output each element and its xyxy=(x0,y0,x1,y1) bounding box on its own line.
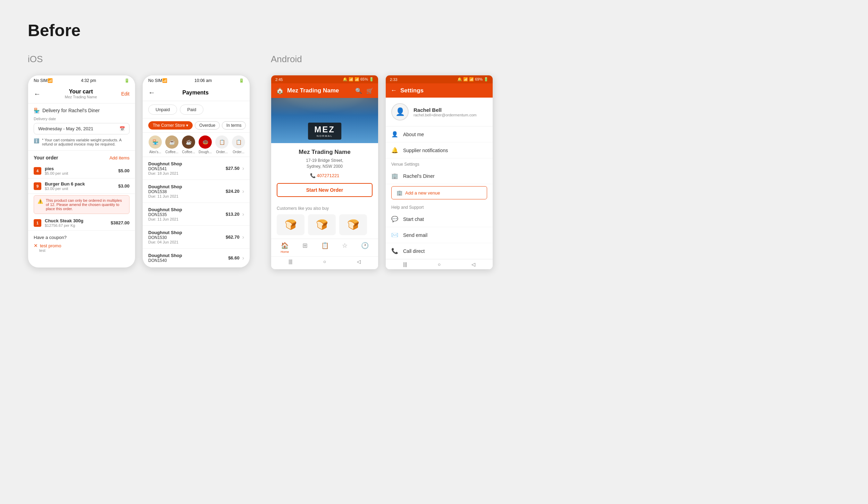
settings-rachels-diner[interactable]: 🏢 Rachel's Diner xyxy=(386,168,493,184)
order-item-chuck: 1 Chuck Steak 300g $12756.67 per Kg $382… xyxy=(28,215,135,231)
payments-back-icon[interactable]: ← xyxy=(148,89,155,97)
delivery-date-label: Delivery date xyxy=(34,117,130,121)
chat-icon: 💬 xyxy=(391,216,398,222)
ios-section: iOS No SIM 📶 4:32 pm 🔋 ← Your cart xyxy=(28,54,250,270)
home-icon[interactable]: 🏠 xyxy=(276,87,284,94)
coupon-x-icon[interactable]: ✕ xyxy=(34,243,38,248)
chevron-right-icon: › xyxy=(242,165,244,172)
search-icon[interactable]: 🔍 xyxy=(355,88,362,94)
order-item-pies: 4 pies $5.00 per unit $5.00 xyxy=(28,163,135,179)
android-nav-bar: 🏠 Home ⊞ 📋 ☆ 🕐 xyxy=(271,239,378,256)
item-content-pies: pies $5.00 per unit xyxy=(45,166,118,175)
chevron-right-icon: › xyxy=(242,188,244,195)
settings-back-icon[interactable]: ← xyxy=(391,87,397,94)
nav-home-icon: 🏠 xyxy=(281,242,289,249)
venue-icon-alexs[interactable]: 🏪 Alex's... xyxy=(148,135,162,154)
venue-icon-coffee1[interactable]: ☕ Coffee... xyxy=(165,135,179,154)
hero-normal-text: NORMAL xyxy=(314,134,335,138)
venue-icon-order1[interactable]: 📋 Order... xyxy=(215,135,229,154)
settings-sys-home[interactable]: ○ xyxy=(438,262,441,267)
nav-favourites-icon: ☆ xyxy=(342,242,348,249)
chip-in-terms[interactable]: In terms xyxy=(222,121,246,130)
chevron-right-icon: › xyxy=(242,234,244,240)
nav-apps[interactable]: ⊞ xyxy=(302,242,308,254)
settings-about-me[interactable]: 👤 About me xyxy=(386,126,493,142)
settings-call-direct[interactable]: 📞 Call direct xyxy=(386,243,493,259)
start-order-button[interactable]: Start New Order xyxy=(277,183,373,197)
page-title: Before xyxy=(28,21,840,40)
calendar-icon: 📅 xyxy=(119,126,125,131)
also-buy-items: 🍞 🍞 🍞 xyxy=(277,214,373,235)
payment-item-1[interactable]: Doughnut Shop DON1541 Due: 18 Jun 2021 $… xyxy=(143,157,250,180)
venue-icon-order2[interactable]: 📋 Order... xyxy=(232,135,245,154)
venue-icon-dough[interactable]: 🍩 Dough... xyxy=(198,135,212,154)
also-buy-item-3[interactable]: 🍞 xyxy=(339,214,367,235)
wifi-icon-pay: 📶 xyxy=(162,78,167,83)
sys-recent-btn[interactable]: ◁ xyxy=(357,259,361,264)
venue-icon-circle: 🍩 xyxy=(199,135,212,149)
tab-unpaid[interactable]: Unpaid xyxy=(148,105,177,115)
chip-overdue[interactable]: Overdue xyxy=(195,121,220,130)
order-item-burger: 9 Burger Bun 6 pack $3.00 per unit $3.00 xyxy=(28,179,135,194)
nav-favourites[interactable]: ☆ xyxy=(342,242,348,254)
venue-icon: 🏢 xyxy=(391,173,398,179)
android-settings-phone: 2:33 🔔 📶 📶 69% 🔋 ← Settings 👤 Rachel Bel… xyxy=(385,75,493,270)
notifications-label: Supplier notifications xyxy=(403,148,487,153)
venue-settings-header: Venue Settings xyxy=(386,158,493,168)
payment-item-2[interactable]: Doughnut Shop DON1538 Due: 11 Jun 2021 $… xyxy=(143,180,250,203)
also-buy-item-1[interactable]: 🍞 xyxy=(277,214,304,235)
settings-start-chat[interactable]: 💬 Start chat xyxy=(386,211,493,227)
supplier-phone[interactable]: 📞 407271221 xyxy=(277,173,373,178)
wifi-icon: 📶 xyxy=(48,78,53,83)
delivery-icon: 🏪 xyxy=(34,108,40,113)
supplier-info: Mez Trading Name 17-19 Bridge Street,Syd… xyxy=(271,143,378,203)
battery-icon-pay: 🔋 xyxy=(239,78,244,83)
sys-home-btn[interactable]: ○ xyxy=(323,259,326,264)
add-items-button[interactable]: Add items xyxy=(109,155,130,160)
venue-icon-circle: ☕ xyxy=(182,135,195,149)
settings-sys-recent[interactable]: ◁ xyxy=(471,262,475,267)
android-system-bar: ||| ○ ◁ xyxy=(271,256,378,266)
delivery-date-input[interactable]: Wednesday - May 26, 2021 📅 xyxy=(34,123,130,134)
chevron-right-icon: › xyxy=(242,211,244,217)
nav-orders[interactable]: 📋 xyxy=(321,242,329,254)
coupon-label: Have a coupon? xyxy=(34,235,130,240)
add-venue-box[interactable]: 🏢 Add a new venue xyxy=(391,186,487,199)
cart-title: Your cart xyxy=(65,89,97,95)
settings-supplier-notifications[interactable]: 🔔 Supplier notifications xyxy=(386,142,493,158)
android-status-icons: 🔔 📶 📶 65% 🔋 xyxy=(343,77,374,82)
nav-home[interactable]: 🏠 Home xyxy=(281,242,289,254)
chip-corner-store[interactable]: The Corner Store ▾ xyxy=(148,121,193,130)
also-buy-item-2[interactable]: 🍞 xyxy=(308,214,336,235)
venue-icon-circle: 📋 xyxy=(215,135,228,149)
venue-icon-coffee2[interactable]: ☕ Coffee... xyxy=(182,135,195,154)
payments-title: Payments xyxy=(155,90,236,96)
sys-back-btn[interactable]: ||| xyxy=(289,259,292,264)
payments-tabs: Unpaid Paid xyxy=(143,101,250,118)
edit-button[interactable]: Edit xyxy=(121,91,130,97)
payment-item-5[interactable]: Doughnut Shop DON1540 $6.60 › xyxy=(143,249,250,267)
settings-time: 2:33 xyxy=(390,77,397,82)
nav-history[interactable]: 🕐 xyxy=(361,242,369,254)
supplier-hero: MEZ NORMAL xyxy=(271,98,378,143)
ios-label: iOS xyxy=(28,54,250,65)
back-arrow-icon[interactable]: ← xyxy=(34,90,41,98)
your-order-title: Your order xyxy=(34,155,58,160)
start-chat-label: Start chat xyxy=(403,216,487,222)
cart-icon[interactable]: 🛒 xyxy=(366,88,373,94)
payment-item-4[interactable]: Doughnut Shop DON1530 Due: 04 Jun 2021 $… xyxy=(143,226,250,249)
help-support-header: Help and Support xyxy=(386,201,493,211)
settings-sys-back[interactable]: ||| xyxy=(403,262,407,267)
nav-apps-icon: ⊞ xyxy=(302,242,308,249)
settings-title: Settings xyxy=(400,87,488,94)
user-avatar: 👤 xyxy=(391,103,409,121)
add-venue-icon: 🏢 xyxy=(397,190,402,196)
tab-paid[interactable]: Paid xyxy=(180,105,203,115)
coupon-section: Have a coupon? ✕ test promo test xyxy=(28,231,135,257)
coupon-code: test xyxy=(34,248,130,253)
settings-send-email[interactable]: ✉️ Send email xyxy=(386,227,493,243)
ios-payments-status-bar: No SIM 📶 10:06 am 🔋 xyxy=(143,75,250,86)
payment-item-3[interactable]: Doughnut Shop DON1535 Due: 11 Jun 2021 $… xyxy=(143,203,250,226)
android-time: 2:45 xyxy=(275,77,283,82)
your-order-header: Your order Add items xyxy=(28,151,135,163)
